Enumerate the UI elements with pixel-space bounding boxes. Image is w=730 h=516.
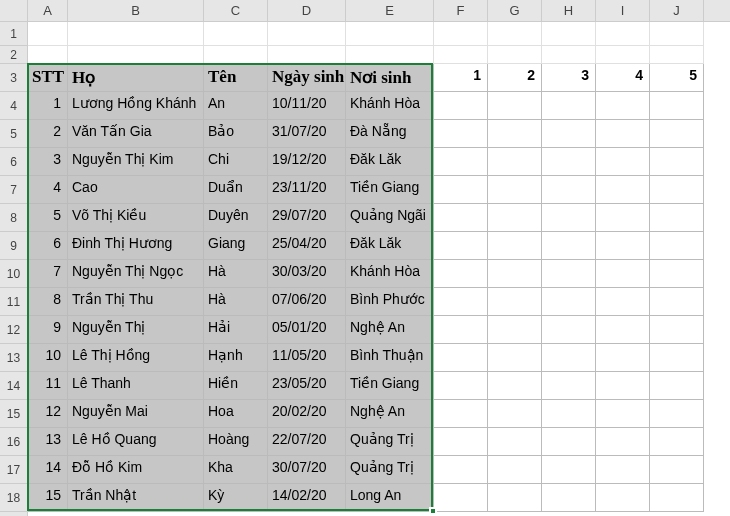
cell-C9[interactable]: Giang — [204, 232, 268, 260]
cell-A5[interactable]: 2 — [28, 120, 68, 148]
cell-B16[interactable]: Lê Hồ Quang — [68, 428, 204, 456]
cell-H10[interactable] — [542, 260, 596, 288]
cell-I8[interactable] — [596, 204, 650, 232]
col-header-A[interactable]: A — [28, 0, 68, 21]
cell-B7[interactable]: Cao — [68, 176, 204, 204]
cell-B13[interactable]: Lê Thị Hồng — [68, 344, 204, 372]
cell-G12[interactable] — [488, 316, 542, 344]
cell-I5[interactable] — [596, 120, 650, 148]
cell-G16[interactable] — [488, 428, 542, 456]
cell-E3[interactable]: Nơi sinh — [346, 64, 434, 92]
cell-C10[interactable]: Hà — [204, 260, 268, 288]
cell-A3[interactable]: STT — [28, 64, 68, 92]
cell-F10[interactable] — [434, 260, 488, 288]
spreadsheet[interactable]: A B C D E F G H I J 12345678910111213141… — [0, 0, 730, 516]
cell-E7[interactable]: Tiền Giang — [346, 176, 434, 204]
cell-C15[interactable]: Hoa — [204, 400, 268, 428]
cell-A7[interactable]: 4 — [28, 176, 68, 204]
cell-G4[interactable] — [488, 92, 542, 120]
cell-F11[interactable] — [434, 288, 488, 316]
cell-E12[interactable]: Nghệ An — [346, 316, 434, 344]
cell-H15[interactable] — [542, 400, 596, 428]
row-header-1[interactable]: 1 — [0, 22, 27, 46]
cell-H8[interactable] — [542, 204, 596, 232]
cell-A14[interactable]: 11 — [28, 372, 68, 400]
cell-J1[interactable] — [650, 22, 704, 46]
cell-grid[interactable]: STTHọTênNgày sinhNơi sinh123451Lương Hồn… — [28, 22, 730, 516]
cell-F15[interactable] — [434, 400, 488, 428]
cell-J2[interactable] — [650, 46, 704, 64]
row-header-3[interactable]: 3 — [0, 64, 27, 92]
cell-F12[interactable] — [434, 316, 488, 344]
cell-E9[interactable]: Đăk Lăk — [346, 232, 434, 260]
cell-J15[interactable] — [650, 400, 704, 428]
cell-A1[interactable] — [28, 22, 68, 46]
cell-I7[interactable] — [596, 176, 650, 204]
cell-G11[interactable] — [488, 288, 542, 316]
cell-D4[interactable]: 10/11/20 — [268, 92, 346, 120]
cell-H4[interactable] — [542, 92, 596, 120]
row-header-5[interactable]: 5 — [0, 120, 27, 148]
cell-J16[interactable] — [650, 428, 704, 456]
cell-D17[interactable]: 30/07/20 — [268, 456, 346, 484]
cell-D10[interactable]: 30/03/20 — [268, 260, 346, 288]
cell-E14[interactable]: Tiền Giang — [346, 372, 434, 400]
cell-H2[interactable] — [542, 46, 596, 64]
col-header-I[interactable]: I — [596, 0, 650, 21]
row-header-16[interactable]: 16 — [0, 428, 27, 456]
cell-B4[interactable]: Lương Hồng Khánh — [68, 92, 204, 120]
cell-D12[interactable]: 05/01/20 — [268, 316, 346, 344]
cell-J3[interactable]: 5 — [650, 64, 704, 92]
row-header-18[interactable]: 18 — [0, 484, 27, 512]
cell-B14[interactable]: Lê Thanh — [68, 372, 204, 400]
row-header-14[interactable]: 14 — [0, 372, 27, 400]
cell-I11[interactable] — [596, 288, 650, 316]
cell-J10[interactable] — [650, 260, 704, 288]
cell-H5[interactable] — [542, 120, 596, 148]
row-header-6[interactable]: 6 — [0, 148, 27, 176]
cell-J18[interactable] — [650, 484, 704, 512]
cell-D7[interactable]: 23/11/20 — [268, 176, 346, 204]
cell-J11[interactable] — [650, 288, 704, 316]
cell-E8[interactable]: Quảng Ngãi — [346, 204, 434, 232]
row-header-10[interactable]: 10 — [0, 260, 27, 288]
cell-B6[interactable]: Nguyễn Thị Kim — [68, 148, 204, 176]
cell-H11[interactable] — [542, 288, 596, 316]
cell-G15[interactable] — [488, 400, 542, 428]
cell-J6[interactable] — [650, 148, 704, 176]
cell-G2[interactable] — [488, 46, 542, 64]
cell-B2[interactable] — [68, 46, 204, 64]
cell-C3[interactable]: Tên — [204, 64, 268, 92]
cell-H18[interactable] — [542, 484, 596, 512]
row-header-8[interactable]: 8 — [0, 204, 27, 232]
cell-E2[interactable] — [346, 46, 434, 64]
col-header-F[interactable]: F — [434, 0, 488, 21]
cell-J12[interactable] — [650, 316, 704, 344]
cell-G5[interactable] — [488, 120, 542, 148]
cell-E6[interactable]: Đăk Lăk — [346, 148, 434, 176]
cell-F8[interactable] — [434, 204, 488, 232]
cell-I17[interactable] — [596, 456, 650, 484]
cell-H17[interactable] — [542, 456, 596, 484]
cell-C5[interactable]: Bảo — [204, 120, 268, 148]
cell-G9[interactable] — [488, 232, 542, 260]
cell-H13[interactable] — [542, 344, 596, 372]
cell-E16[interactable]: Quảng Trị — [346, 428, 434, 456]
cell-I6[interactable] — [596, 148, 650, 176]
cell-J9[interactable] — [650, 232, 704, 260]
cell-D14[interactable]: 23/05/20 — [268, 372, 346, 400]
col-header-C[interactable]: C — [204, 0, 268, 21]
col-header-E[interactable]: E — [346, 0, 434, 21]
col-header-J[interactable]: J — [650, 0, 704, 21]
cell-I13[interactable] — [596, 344, 650, 372]
cell-D2[interactable] — [268, 46, 346, 64]
cell-F13[interactable] — [434, 344, 488, 372]
cell-C4[interactable]: An — [204, 92, 268, 120]
fill-handle[interactable] — [429, 507, 437, 515]
col-header-D[interactable]: D — [268, 0, 346, 21]
cell-C8[interactable]: Duyên — [204, 204, 268, 232]
cell-J8[interactable] — [650, 204, 704, 232]
cell-D3[interactable]: Ngày sinh — [268, 64, 346, 92]
cell-F4[interactable] — [434, 92, 488, 120]
cell-J14[interactable] — [650, 372, 704, 400]
